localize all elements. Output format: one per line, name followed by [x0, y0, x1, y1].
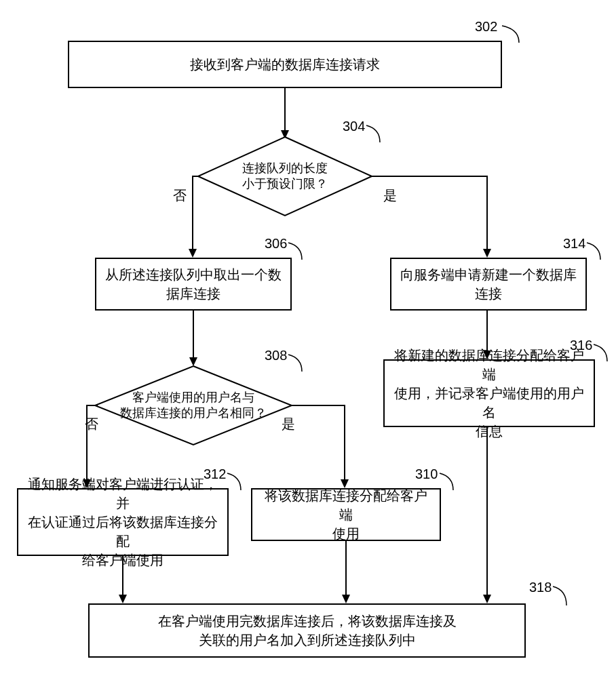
- node-310: 将该数据库连接分配给客户端使用: [251, 488, 441, 541]
- node-302-text: 接收到客户端的数据库连接请求: [190, 55, 380, 74]
- leader-316: [594, 344, 611, 363]
- arrow-302-304: [281, 88, 289, 139]
- svg-marker-3: [189, 249, 197, 258]
- arrow-312-318: [119, 556, 127, 603]
- svg-marker-15: [119, 595, 127, 603]
- num-314: 314: [563, 236, 585, 252]
- node-304-text: 连接队列的长度小于预设门限？: [214, 161, 355, 193]
- node-310-text: 将该数据库连接分配给客户端使用: [261, 486, 431, 543]
- arrow-308-310: [290, 403, 358, 488]
- node-304: 连接队列的长度小于预设门限？: [197, 136, 373, 217]
- arrow-316-318: [483, 427, 491, 603]
- node-308-text: 客户端使用的用户名与数据库连接的用户名相同？: [113, 390, 273, 422]
- num-310: 310: [415, 466, 438, 482]
- arrow-310-318: [342, 541, 350, 603]
- svg-marker-4: [483, 249, 491, 258]
- leader-318: [553, 586, 570, 607]
- num-306: 306: [265, 236, 287, 252]
- arrow-304-314: [370, 174, 493, 258]
- node-306-text: 从所述连接队列中取出一个数据库连接: [105, 265, 282, 303]
- node-308: 客户端使用的用户名与数据库连接的用户名相同？: [94, 365, 293, 446]
- node-318: 在客户端使用完数据库连接后，将该数据库连接及关联的用户名加入到所述连接队列中: [88, 603, 526, 658]
- leader-310: [440, 473, 457, 492]
- num-308: 308: [265, 348, 287, 363]
- label-304-no: 否: [173, 186, 187, 205]
- num-316: 316: [570, 338, 592, 353]
- leader-312: [227, 473, 244, 492]
- leader-314: [587, 243, 604, 262]
- leader-308: [288, 355, 305, 374]
- svg-marker-17: [342, 595, 350, 603]
- node-318-text: 在客户端使用完数据库连接后，将该数据库连接及关联的用户名加入到所述连接队列中: [158, 612, 457, 650]
- leader-304: [366, 125, 383, 146]
- num-302: 302: [475, 19, 497, 35]
- num-304: 304: [343, 119, 365, 134]
- node-314-text: 向服务端申请新建一个数据库连接: [400, 265, 577, 303]
- node-312-text: 通知服务端对客户端进行认证，并在认证通过后将该数据库连接分配给客户端使用: [26, 475, 219, 570]
- arrow-304-306: [190, 174, 204, 258]
- node-316-text: 将新建的数据库连接分配给客户端使用，并记录客户端使用的用户名信息: [393, 346, 585, 441]
- num-318: 318: [529, 580, 552, 595]
- node-312: 通知服务端对客户端进行认证，并在认证通过后将该数据库连接分配给客户端使用: [17, 488, 229, 556]
- node-316: 将新建的数据库连接分配给客户端使用，并记录客户端使用的用户名信息: [383, 359, 595, 427]
- num-312: 312: [204, 466, 226, 482]
- svg-marker-13: [483, 595, 491, 603]
- node-314: 向服务端申请新建一个数据库连接: [390, 258, 587, 311]
- arrow-306-308: [189, 311, 197, 366]
- leader-302: [502, 26, 522, 46]
- node-302: 接收到客户端的数据库连接请求: [68, 41, 502, 88]
- leader-306: [288, 243, 305, 262]
- node-306: 从所述连接队列中取出一个数据库连接: [95, 258, 292, 311]
